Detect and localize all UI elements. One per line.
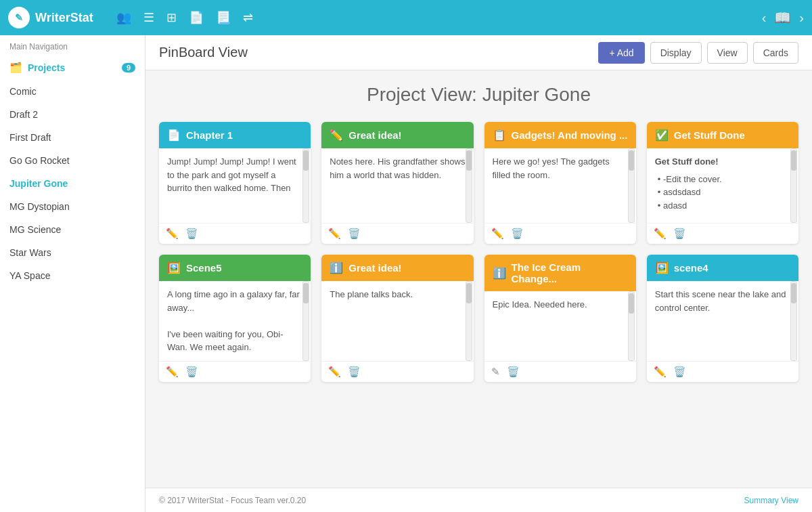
delete-icon-great-idea-2[interactable]: 🗑️ bbox=[348, 366, 361, 378]
projects-badge: 9 bbox=[122, 63, 135, 72]
scrollbar-thumb-ice-cream bbox=[629, 293, 634, 314]
cards-grid: 📄 Chapter 1 Jump! Jump! Jump! Jump! I we… bbox=[159, 122, 798, 382]
card-footer-scene4: ✏️ 🗑️ bbox=[647, 361, 798, 382]
image-card-icon-scene5: 🖼️ bbox=[167, 261, 181, 274]
logo-icon: ✎ bbox=[8, 7, 30, 28]
card-footer-great-idea-1: ✏️ 🗑️ bbox=[321, 223, 473, 244]
card-text-scene4: Start this scene near the lake and contr… bbox=[655, 289, 786, 313]
info-card-icon-2: ℹ️ bbox=[493, 267, 506, 280]
scrollbar-thumb-gadgets bbox=[629, 150, 634, 171]
scrollbar-thumb-chapter1 bbox=[303, 150, 309, 171]
card-header-great-idea-2: ℹ️ Great idea! bbox=[321, 255, 473, 281]
card-header-scene5: 🖼️ Scene5 bbox=[159, 255, 311, 281]
sidebar-item-draft2[interactable]: Draft 2 bbox=[0, 103, 145, 126]
sidebar-item-projects[interactable]: 🗂️ Projects 9 bbox=[0, 56, 145, 80]
card-title-scene5: Scene5 bbox=[186, 262, 222, 274]
edit-icon-ice-cream[interactable]: ✎ bbox=[491, 366, 500, 378]
card-header-gadgets: 📋 Gadgets! And moving ... bbox=[484, 122, 636, 148]
bullet-2: asdsdasd bbox=[658, 186, 790, 199]
edit-icon-gadgets[interactable]: ✏️ bbox=[491, 228, 504, 240]
delete-icon-scene5[interactable]: 🗑️ bbox=[185, 366, 198, 378]
back-icon[interactable]: ‹ bbox=[762, 10, 767, 26]
app-name: WriterStat bbox=[35, 11, 93, 25]
book-icon[interactable]: 📖 bbox=[774, 9, 791, 26]
jupitergone-label: Jupiter Gone bbox=[9, 178, 68, 189]
card-header-get-stuff: ✅ Get Stuff Done bbox=[647, 122, 798, 148]
document-icon[interactable]: 📄 bbox=[189, 10, 204, 25]
sidebar-item-gogorocket[interactable]: Go Go Rocket bbox=[0, 149, 145, 172]
delete-icon-scene4[interactable]: 🗑️ bbox=[673, 366, 686, 378]
delete-icon-get-stuff[interactable]: 🗑️ bbox=[673, 228, 686, 240]
display-button[interactable]: Display bbox=[650, 42, 702, 64]
card-body-get-stuff: Get Stuff done! -Edit the cover. asdsdas… bbox=[647, 148, 798, 223]
doc2-icon[interactable]: 📃 bbox=[216, 10, 231, 25]
card-gadgets: 📋 Gadgets! And moving ... Here we go! ye… bbox=[484, 122, 636, 244]
card-great-idea-1: ✏️ Great idea! Notes here. His grandfath… bbox=[321, 122, 473, 244]
delete-icon-great-idea-1[interactable]: 🗑️ bbox=[348, 228, 361, 240]
sidebar-item-yaspace[interactable]: YA Space bbox=[0, 264, 145, 287]
projects-icon: 🗂️ bbox=[9, 62, 22, 74]
sidebar-item-comic[interactable]: Comic bbox=[0, 80, 145, 103]
card-body-scene5: A long time ago in a galaxy far, far awa… bbox=[159, 281, 311, 361]
sidebar-item-mgscience[interactable]: MG Science bbox=[0, 218, 145, 241]
gogorocket-label: Go Go Rocket bbox=[9, 155, 70, 166]
card-header-chapter1: 📄 Chapter 1 bbox=[159, 122, 311, 148]
delete-icon-ice-cream[interactable]: 🗑️ bbox=[507, 366, 520, 378]
edit-icon-chapter1[interactable]: ✏️ bbox=[166, 228, 179, 240]
card-body-gadgets: Here we go! yes! The gadgets filled the … bbox=[484, 148, 636, 223]
scrollbar-thumb-scene4 bbox=[791, 283, 796, 303]
scrollbar-gadgets[interactable] bbox=[628, 148, 635, 223]
sidebar-item-starwars[interactable]: Star Wars bbox=[0, 241, 145, 264]
forward-icon[interactable]: › bbox=[799, 10, 804, 26]
edit-icon-great-idea-1[interactable]: ✏️ bbox=[328, 228, 341, 240]
people-icon[interactable]: 👥 bbox=[116, 10, 131, 25]
sidebar-item-mgdystopian[interactable]: MG Dystopian bbox=[0, 195, 145, 218]
view-button[interactable]: View bbox=[707, 42, 748, 64]
scrollbar-great-idea-2[interactable] bbox=[466, 281, 472, 361]
topnav-right: ‹ 📖 › bbox=[762, 9, 804, 26]
card-title-scene4: scene4 bbox=[674, 262, 708, 274]
cards-button[interactable]: Cards bbox=[753, 42, 798, 64]
card-scene5: 🖼️ Scene5 A long time ago in a galaxy fa… bbox=[159, 255, 311, 382]
scrollbar-chapter1[interactable] bbox=[302, 148, 309, 223]
card-ice-cream: ℹ️ The Ice Cream Change... Epic Idea. Ne… bbox=[484, 255, 636, 382]
main-layout: Main Navigation 🗂️ Projects 9 Comic Draf… bbox=[0, 35, 812, 512]
add-button[interactable]: + Add bbox=[598, 42, 644, 64]
scrollbar-scene4[interactable] bbox=[790, 281, 797, 361]
scrollbar-great-idea-1[interactable] bbox=[466, 148, 472, 223]
card-header-great-idea-1: ✏️ Great idea! bbox=[321, 122, 473, 148]
scrollbar-ice-cream[interactable] bbox=[628, 291, 635, 361]
card-text-great-idea-2: The plane talks back. bbox=[330, 289, 413, 299]
scrollbar-scene5[interactable] bbox=[302, 281, 309, 361]
card-body-scene4: Start this scene near the lake and contr… bbox=[647, 281, 798, 361]
edit-icon-great-idea-2[interactable]: ✏️ bbox=[328, 366, 341, 378]
card-text-ice-cream: Epic Idea. Needed here. bbox=[493, 299, 587, 310]
mgdystopian-label: MG Dystopian bbox=[9, 201, 70, 212]
sidebar-item-jupitergone[interactable]: Jupiter Gone bbox=[0, 172, 145, 195]
scrollbar-thumb-get-stuff bbox=[791, 150, 796, 171]
summary-view-link[interactable]: Summary View bbox=[744, 496, 798, 505]
content-area: PinBoard View + Add Display View Cards P… bbox=[145, 35, 812, 512]
edit-icon-scene4[interactable]: ✏️ bbox=[654, 366, 667, 378]
edit-icon-get-stuff[interactable]: ✏️ bbox=[654, 228, 667, 240]
connection-icon[interactable]: ⇌ bbox=[243, 10, 253, 25]
card-title-gadgets: Gadgets! And moving ... bbox=[512, 129, 628, 141]
sidebar-item-firstdraft[interactable]: First Draft bbox=[0, 126, 145, 149]
scrollbar-get-stuff[interactable] bbox=[790, 148, 797, 223]
topnav-icons: 👥 ☰ ⊞ 📄 📃 ⇌ bbox=[116, 10, 762, 25]
list-icon[interactable]: ☰ bbox=[143, 10, 154, 25]
page-title: PinBoard View bbox=[159, 45, 593, 60]
bullet-3: adasd bbox=[658, 199, 790, 213]
draft2-label: Draft 2 bbox=[9, 109, 38, 120]
delete-icon-chapter1[interactable]: 🗑️ bbox=[185, 228, 198, 240]
card-footer-get-stuff: ✏️ 🗑️ bbox=[647, 223, 798, 244]
check-card-icon: ✅ bbox=[655, 129, 669, 142]
image-card-icon-scene4: 🖼️ bbox=[655, 261, 669, 274]
edit-icon-scene5[interactable]: ✏️ bbox=[166, 366, 179, 378]
card-text-gadgets: Here we go! yes! The gadgets filled the … bbox=[493, 156, 610, 180]
delete-icon-gadgets[interactable]: 🗑️ bbox=[511, 228, 524, 240]
grid-icon[interactable]: ⊞ bbox=[166, 10, 177, 25]
scrollbar-thumb-great-idea-2 bbox=[466, 283, 472, 303]
card-great-idea-2: ℹ️ Great idea! The plane talks back. ✏️ … bbox=[321, 255, 473, 382]
card-title-get-stuff: Get Stuff Done bbox=[674, 129, 745, 141]
